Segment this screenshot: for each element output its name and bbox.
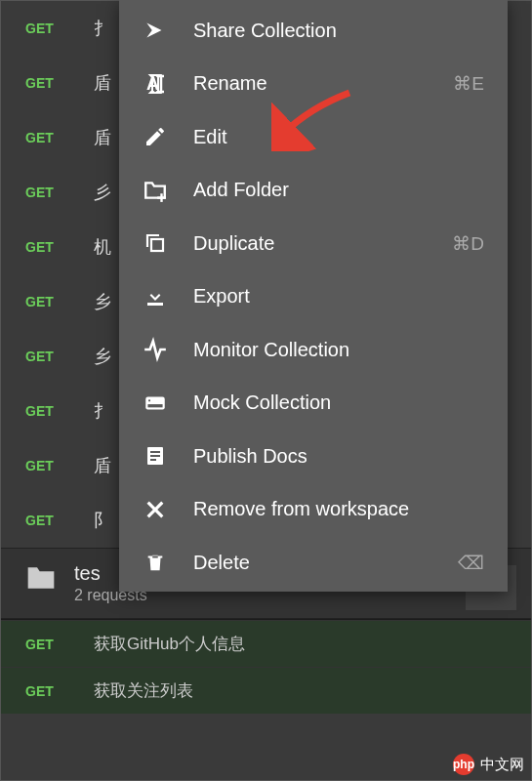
menu-label: Mock Collection <box>193 391 484 414</box>
menu-label: Remove from workspace <box>193 498 484 520</box>
request-name: 乡 <box>94 345 111 368</box>
method-badge: GET <box>25 185 74 200</box>
watermark: php 中文网 <box>453 754 524 775</box>
menu-item-remove[interactable]: Remove from workspace <box>119 483 508 537</box>
method-badge: GET <box>25 21 74 36</box>
menu-item-rename[interactable]: A Rename ⌘E <box>119 58 508 111</box>
method-badge: GET <box>25 403 74 419</box>
svg-rect-13 <box>150 459 156 461</box>
folder-icon <box>25 564 57 592</box>
mock-icon <box>141 389 170 418</box>
svg-rect-12 <box>150 455 160 457</box>
request-item[interactable]: GET获取关注列表 <box>1 667 531 714</box>
publish-icon <box>141 441 170 471</box>
menu-label: Add Folder <box>193 179 484 201</box>
method-badge: GET <box>25 458 74 473</box>
menu-label: Duplicate <box>193 232 452 255</box>
menu-shortcut: ⌘D <box>452 232 484 255</box>
remove-icon <box>141 495 170 524</box>
share-icon <box>141 16 170 45</box>
menu-item-edit[interactable]: Edit <box>119 110 508 164</box>
request-name: 扌 <box>94 17 111 40</box>
method-badge: GET <box>25 75 74 91</box>
menu-item-add-folder[interactable]: Add Folder <box>119 164 508 218</box>
method-badge: GET <box>25 239 74 255</box>
request-name: 阝 <box>94 509 111 532</box>
menu-label: Rename <box>193 72 453 95</box>
menu-item-mock[interactable]: Mock Collection <box>119 377 508 431</box>
menu-label: Monitor Collection <box>193 339 484 361</box>
delete-icon <box>141 548 170 577</box>
request-name: 获取关注列表 <box>94 679 193 702</box>
rename-icon: A <box>141 69 170 99</box>
svg-rect-11 <box>150 451 160 453</box>
request-name: 盾 <box>94 71 111 95</box>
collection-requests: GET获取GitHub个人信息 GET获取关注列表 <box>1 619 531 714</box>
method-badge: GET <box>25 513 74 528</box>
menu-label: Export <box>193 285 484 308</box>
method-badge: GET <box>25 294 74 309</box>
method-badge: GET <box>25 349 74 364</box>
menu-label: Delete <box>193 552 458 574</box>
export-icon <box>141 282 170 311</box>
method-badge: GET <box>25 683 74 699</box>
duplicate-icon <box>141 228 170 258</box>
request-name: 乡 <box>94 290 111 313</box>
watermark-logo: php <box>453 754 474 775</box>
menu-item-monitor[interactable]: Monitor Collection <box>119 323 508 377</box>
request-name: 获取GitHub个人信息 <box>94 633 245 655</box>
add-folder-icon <box>141 176 170 205</box>
menu-item-share[interactable]: Share Collection <box>119 4 508 58</box>
menu-shortcut: ⌘E <box>453 72 484 95</box>
svg-rect-7 <box>145 396 165 409</box>
menu-item-export[interactable]: Export <box>119 270 508 324</box>
watermark-text: 中文网 <box>480 756 524 774</box>
svg-rect-6 <box>151 239 163 251</box>
request-name: 盾 <box>94 454 111 477</box>
context-menu: Share Collection A Rename ⌘E Edit Add Fo… <box>119 0 508 592</box>
request-name: 机 <box>94 235 111 259</box>
menu-shortcut: ⌫ <box>458 552 484 574</box>
request-name: 盾 <box>94 126 111 149</box>
method-badge: GET <box>25 130 74 145</box>
menu-item-delete[interactable]: Delete ⌫ <box>119 536 508 590</box>
request-item[interactable]: GET获取GitHub个人信息 <box>1 620 531 667</box>
svg-rect-8 <box>147 404 162 407</box>
request-name: 扌 <box>94 399 111 423</box>
monitor-icon <box>141 335 170 364</box>
menu-label: Publish Docs <box>193 445 484 468</box>
menu-item-publish[interactable]: Publish Docs <box>119 430 508 483</box>
svg-point-9 <box>148 399 150 401</box>
method-badge: GET <box>25 637 74 652</box>
menu-label: Edit <box>193 126 484 148</box>
menu-label: Share Collection <box>193 20 484 42</box>
edit-icon <box>141 122 170 151</box>
request-name: 彡 <box>94 181 111 204</box>
svg-text:A: A <box>146 74 159 94</box>
menu-item-duplicate[interactable]: Duplicate ⌘D <box>119 217 508 270</box>
